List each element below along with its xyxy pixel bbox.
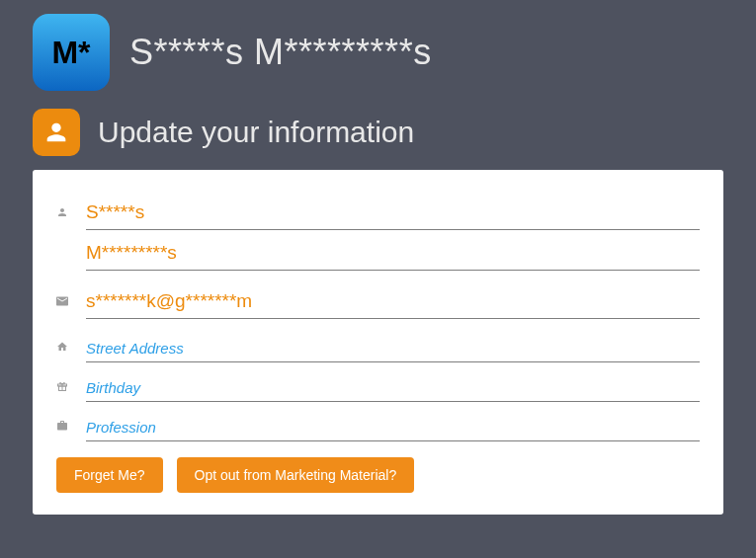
person-icon	[42, 119, 70, 146]
header: M* S*****s M*********s	[0, 0, 756, 91]
button-row: Forget Me? Opt out from Marketing Materi…	[56, 457, 700, 493]
first-name-row	[56, 194, 700, 230]
subtitle-icon-box	[33, 109, 80, 156]
profession-row	[56, 410, 700, 441]
app-logo-text: M*	[51, 35, 90, 71]
briefcase-icon	[56, 418, 68, 434]
form-card: Forget Me? Opt out from Marketing Materi…	[33, 170, 723, 515]
street-row	[56, 331, 700, 362]
street-input[interactable]	[86, 331, 700, 362]
subtitle-row: Update your information	[0, 91, 756, 166]
envelope-icon	[56, 293, 68, 309]
last-name-input[interactable]	[86, 234, 700, 271]
home-icon	[56, 339, 68, 355]
page-subtitle: Update your information	[98, 116, 414, 149]
birthday-row	[56, 370, 700, 402]
opt-out-button[interactable]: Opt out from Marketing Material?	[177, 457, 415, 493]
last-name-row	[56, 234, 700, 271]
gift-icon	[56, 378, 68, 394]
birthday-input[interactable]	[86, 370, 700, 402]
app-logo: M*	[33, 14, 110, 91]
profession-input[interactable]	[86, 410, 700, 441]
email-row	[56, 282, 700, 319]
first-name-input[interactable]	[86, 194, 700, 230]
person-icon	[56, 204, 68, 220]
email-input[interactable]	[86, 282, 700, 319]
app-name: S*****s M*********s	[129, 32, 432, 73]
forget-me-button[interactable]: Forget Me?	[56, 457, 163, 493]
